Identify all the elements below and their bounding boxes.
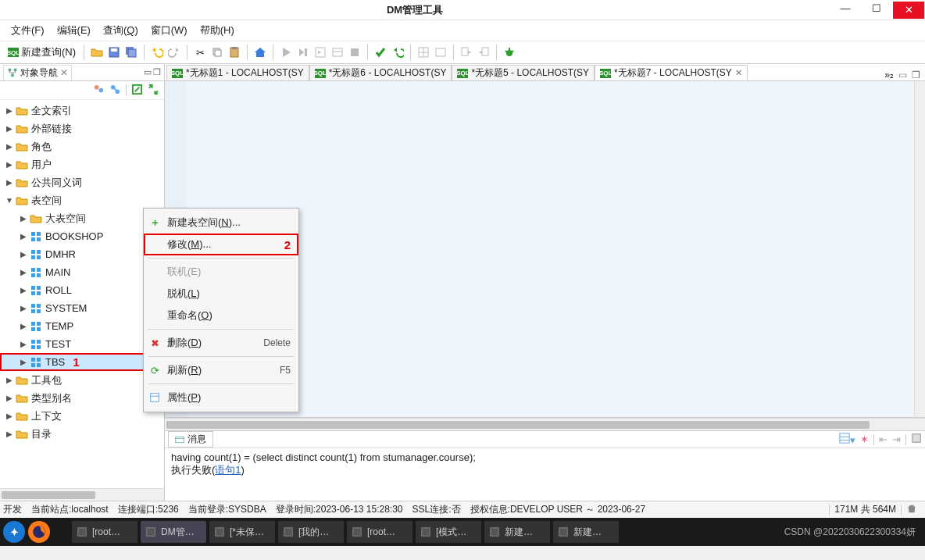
twisty-icon[interactable]: ▶ [5,376,14,384]
minimize-button[interactable]: — [830,2,860,16]
tree-item[interactable]: ▼表空间 [0,191,164,209]
editor-tab[interactable]: SQL*无标题6 - LOCALHOST(SY [309,65,452,80]
tree-item[interactable]: ▶全文索引 [0,102,164,119]
taskbar-item[interactable]: [模式… [416,521,481,543]
ctx-offline[interactable]: 脱机(L) [144,283,298,305]
twisty-icon[interactable]: ▶ [5,124,14,133]
nav-tab[interactable]: 对象导航 ✕ [3,65,72,80]
twisty-icon[interactable]: ▶ [5,106,14,115]
ctx-new-tablespace[interactable]: ＋ 新建表空间(N)... [144,212,298,234]
min-editor-icon[interactable]: ▭ [898,70,907,80]
twisty-icon[interactable]: ▶ [19,232,28,241]
tree-item[interactable]: ▶用户 [0,155,164,173]
export-icon[interactable] [459,44,474,61]
menu-query[interactable]: 查询(Q) [98,22,143,39]
undo-icon[interactable] [149,44,165,61]
ctx-rename[interactable]: 重命名(O) [144,305,298,326]
editor-vscroll[interactable] [914,81,925,417]
home-icon[interactable] [252,44,268,61]
ctx-properties[interactable]: 属性(P) [144,387,298,408]
filter-icon[interactable] [93,84,105,98]
twisty-icon[interactable]: ▶ [5,178,14,187]
twisty-icon[interactable]: ▶ [19,250,28,259]
tree-hscroll[interactable] [0,488,164,501]
tree-item[interactable]: ▶外部链接 [0,119,164,137]
editor-tab[interactable]: SQL*无标题1 - LOCALHOST(SY [166,65,309,80]
twisty-icon[interactable]: ▶ [19,268,28,276]
save-icon[interactable] [106,44,122,61]
taskbar-item[interactable]: [我的… [278,521,344,543]
taskbar-item[interactable]: [*未保… [209,521,275,543]
error-link[interactable]: 语句1 [215,464,241,476]
twisty-icon[interactable]: ▶ [19,214,28,223]
twisty-icon[interactable]: ▶ [5,430,14,438]
taskbar-item[interactable]: DM管… [141,521,206,543]
tree-item[interactable]: ▶TEST [0,335,164,353]
twisty-icon[interactable]: ▶ [19,340,28,348]
commit-icon[interactable] [373,44,388,61]
tree-item[interactable]: ▶公共同义词 [0,173,164,191]
copy-icon[interactable] [209,44,225,61]
taskbar-item[interactable]: [root… [347,521,412,543]
tree-item[interactable]: ▶TEMP [0,317,164,335]
tree-item[interactable]: ▶MAIN [0,263,164,281]
tree-item[interactable]: ▶BOOKSHOP [0,227,164,245]
message-body[interactable]: having count(1) = (select distinct count… [165,448,925,501]
firefox-icon[interactable] [28,521,50,543]
object-tree[interactable]: ▶全文索引▶外部链接▶角色▶用户▶公共同义词▼表空间▶大表空间▶BOOKSHOP… [0,100,164,488]
rollback-icon[interactable] [390,44,405,61]
close-icon[interactable]: ✕ [735,68,742,78]
new-query-button[interactable]: SQL 新建查询(N) [5,45,79,59]
tree-item[interactable]: ▶SYSTEM [0,299,164,317]
tree-item[interactable]: ▶角色 [0,137,164,155]
editor-tab[interactable]: SQL*无标题5 - LOCALHOST(SY [452,65,595,80]
twisty-icon[interactable]: ▶ [19,286,28,294]
msg-prev-icon[interactable]: ⇤ [879,433,888,445]
twisty-icon[interactable]: ▶ [5,142,14,151]
open-icon[interactable] [89,44,105,61]
editor-hscroll[interactable] [165,418,925,430]
close-button[interactable]: ✕ [893,2,924,19]
menu-window[interactable]: 窗口(W) [146,22,192,39]
menu-edit[interactable]: 编辑(E) [52,22,95,39]
more-tabs-icon[interactable]: »₂ [884,70,894,80]
message-tab[interactable]: 消息 [168,431,213,448]
debug-icon[interactable] [502,44,517,61]
tree-item[interactable]: ▶大表空间 [0,209,164,227]
max-editor-icon[interactable]: ❐ [912,70,920,80]
expand-icon[interactable] [148,84,159,98]
run-step-icon[interactable] [295,44,311,61]
save-all-icon[interactable] [123,44,139,61]
msg-save-icon[interactable] [911,433,922,446]
menu-help[interactable]: 帮助(H) [195,22,239,39]
trash-icon[interactable] [906,503,917,516]
twisty-icon[interactable]: ▶ [5,412,14,420]
plan-icon[interactable] [433,44,448,61]
twisty-icon[interactable]: ▶ [5,160,14,169]
menu-file[interactable]: 文件(F) [6,22,49,39]
results-icon[interactable] [330,44,345,61]
run-script-icon[interactable] [312,44,328,61]
tree-item[interactable]: ▶TBS1 [0,353,164,371]
nav-tab-close-icon[interactable]: ✕ [60,67,68,78]
tree-item[interactable]: ▶类型别名 [0,389,164,407]
cut-icon[interactable]: ✂ [192,44,208,61]
run-icon[interactable] [278,44,294,61]
msg-clear-icon[interactable]: ✶ [860,433,869,445]
grid-icon[interactable] [416,44,431,61]
maximize-button[interactable]: ☐ [862,2,891,16]
start-button[interactable]: ✦ [3,521,25,543]
restore-panel-icon[interactable]: ❐ [153,67,161,77]
tree-item[interactable]: ▶DMHR [0,245,164,263]
msg-next-icon[interactable]: ⇥ [892,433,901,445]
twisty-icon[interactable]: ▼ [5,196,14,205]
stop-icon[interactable] [347,44,362,61]
tree-item[interactable]: ▶目录 [0,425,164,443]
taskbar-item[interactable]: 新建… [484,521,550,543]
twisty-icon[interactable]: ▶ [19,358,28,366]
ctx-modify[interactable]: 修改(M)... 2 [144,234,298,255]
minimize-panel-icon[interactable]: ▭ [144,67,152,77]
twisty-icon[interactable]: ▶ [19,304,28,312]
redo-icon[interactable] [166,44,182,61]
link-icon[interactable] [109,84,121,98]
